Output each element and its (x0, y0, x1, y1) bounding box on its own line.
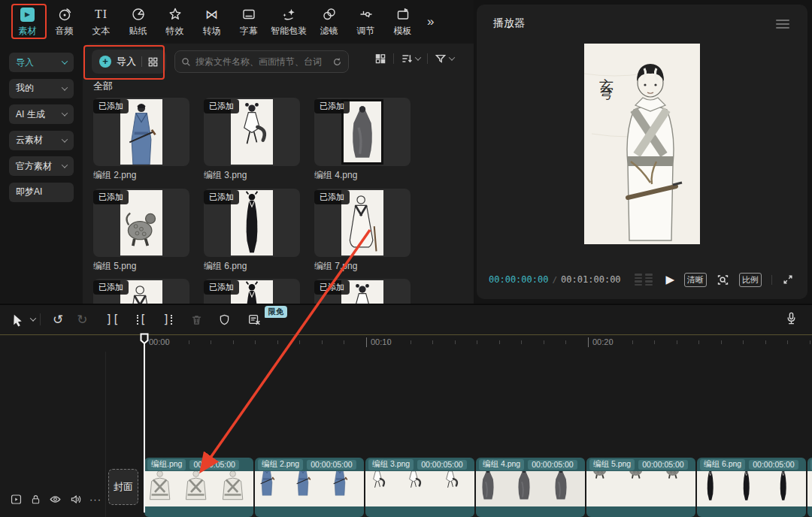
total-time: 00:01:00:00 (561, 274, 620, 285)
media-card[interactable]: 已添加 (314, 279, 411, 304)
added-badge: 已添加 (314, 190, 350, 204)
track-area: ··· 封面 编组.png00:00:05:00 编组 2.png00:00:0… (0, 352, 812, 517)
clip-thumbnails (144, 471, 253, 506)
timeline-toolbar: ↺ ↻ ][ [ ] 限免 (0, 305, 812, 334)
tab-captions[interactable]: 字幕 (230, 7, 267, 38)
filter-rings-icon (322, 7, 337, 23)
media-card[interactable]: 已添加 (93, 98, 189, 166)
grid-view-icon[interactable] (374, 53, 386, 65)
player-panel: 播放器 玄穹 (477, 5, 807, 299)
sidebar-item-jimeng-ai[interactable]: 即梦AI (9, 183, 74, 202)
main-toolbar: ▶ 素材 音频 TI 文本 贴纸 特效 ⋈ 转场 (0, 0, 474, 44)
added-badge: 已添加 (314, 99, 350, 113)
media-card[interactable]: 已添加 (314, 98, 411, 166)
refresh-icon[interactable] (332, 57, 342, 67)
tab-transition[interactable]: ⋈ 转场 (193, 7, 230, 38)
text-mute-icon[interactable] (247, 313, 261, 326)
timeline-clip[interactable]: 编组.png00:00:05:00 (144, 458, 253, 517)
tab-filter[interactable]: 滤镜 (311, 7, 347, 38)
transition-icon: ⋈ (205, 7, 218, 23)
clip-name: 编组 5.png (589, 459, 635, 470)
media-sidebar: 导入 我的 AI 生成 云素材 官方素材 即梦AI (0, 44, 81, 304)
material-library-icon[interactable] (147, 56, 159, 68)
split-keep-right-icon[interactable]: [ (136, 313, 147, 326)
sidebar-item-mine[interactable]: 我的 (9, 79, 74, 98)
media-card[interactable]: 已添加 (204, 279, 300, 304)
search-bar[interactable] (174, 50, 349, 73)
sort-icon (401, 53, 413, 65)
tab-effects[interactable]: 特效 (156, 7, 193, 38)
timeline-clip[interactable]: 编组 5.png00:00:05:00 (586, 458, 695, 517)
focus-zoom-icon[interactable] (717, 274, 729, 286)
clip-thumbnails (697, 471, 806, 506)
mask-shield-icon[interactable] (218, 313, 231, 326)
adjust-slider-icon (359, 7, 374, 23)
tab-media[interactable]: ▶ 素材 (9, 7, 46, 38)
clip-thumbnails (476, 471, 585, 506)
tab-audio[interactable]: 音频 (46, 7, 83, 38)
current-time: 00:00:00:00 (489, 274, 548, 285)
video-track-icon[interactable] (10, 493, 23, 506)
sidebar-item-ai-generate[interactable]: AI 生成 (9, 104, 74, 124)
sidebar-item-cloud-assets[interactable]: 云素材 (9, 131, 74, 150)
clip-thumbnails (807, 471, 812, 506)
media-library-panel: + 导入 (83, 44, 474, 304)
added-badge: 已添加 (204, 99, 239, 113)
sidebar-item-import[interactable]: 导入 (9, 53, 74, 72)
lock-icon[interactable] (30, 494, 41, 505)
chevron-down-icon (62, 84, 68, 90)
frame-preview-icon[interactable] (635, 274, 653, 286)
speaker-icon[interactable] (69, 493, 82, 506)
timeline-clip[interactable]: 编组 3.png00:00:05:00 (365, 458, 474, 517)
playhead-handle[interactable] (140, 333, 149, 345)
timeline-ruler[interactable]: 00:00 00:10 00:20 (0, 335, 812, 352)
media-card[interactable]: 已添加 (314, 189, 411, 257)
microphone-icon[interactable] (784, 311, 798, 325)
import-button[interactable]: + 导入 (92, 50, 166, 74)
media-card[interactable]: 已添加 (204, 189, 300, 257)
media-card[interactable]: 已添加 (204, 98, 300, 166)
asset-workspace: ▶ 素材 音频 TI 文本 贴纸 特效 ⋈ 转场 (0, 0, 474, 304)
tab-adjust[interactable]: 调节 (347, 7, 384, 38)
player-title: 播放器 (493, 17, 525, 30)
redo-button[interactable]: ↻ (77, 313, 87, 326)
clip-name: 编组 4.png (479, 459, 524, 470)
media-card[interactable]: 已添加 (93, 279, 189, 304)
tab-smart-pack[interactable]: 智能包装 (267, 7, 311, 38)
sidebar-item-official-assets[interactable]: 官方素材 (9, 156, 74, 176)
clip-thumbnails (365, 471, 474, 506)
split-keep-left-icon[interactable]: ] (163, 313, 174, 326)
preview-canvas: 玄穹 (584, 44, 700, 244)
clip-name: 编组 3.png (368, 459, 414, 470)
media-card[interactable]: 已添加 (93, 189, 189, 257)
fullscreen-icon[interactable] (782, 274, 794, 286)
player-menu-icon[interactable] (776, 20, 789, 29)
timeline-clip[interactable]: 编组 2.png00:00:05:00 (255, 458, 364, 517)
clip-duration: 00:00:05:00 (749, 460, 798, 470)
sort-control[interactable] (401, 53, 420, 65)
eye-icon[interactable] (49, 493, 62, 506)
search-input[interactable] (195, 56, 328, 67)
select-cursor-icon[interactable] (11, 313, 25, 327)
audio-icon (57, 7, 72, 23)
timeline-clip[interactable]: 编组 7.png00:00:05:00 (807, 458, 812, 517)
split-icon[interactable]: ][ (106, 313, 120, 326)
delete-icon[interactable] (190, 313, 203, 326)
added-badge: 已添加 (204, 190, 239, 204)
cover-button[interactable]: 封面 (108, 469, 138, 505)
tab-text[interactable]: TI 文本 (83, 7, 120, 38)
undo-button[interactable]: ↺ (53, 313, 63, 326)
play-button[interactable]: ▶ (666, 273, 675, 286)
preview-artwork: 玄穹 (584, 44, 700, 244)
plus-icon: + (99, 56, 111, 68)
timeline-clip[interactable]: 编组 6.png00:00:05:00 (697, 458, 806, 517)
filter-control[interactable] (435, 53, 454, 65)
tab-sticker[interactable]: 贴纸 (120, 7, 156, 38)
toolbar-more-icon[interactable]: » (427, 14, 434, 29)
tab-template[interactable]: 模板 (384, 7, 421, 38)
chevron-down-icon[interactable] (30, 315, 36, 321)
more-options-icon[interactable]: ··· (89, 494, 102, 505)
ratio-button[interactable]: 比例 (739, 273, 762, 287)
timeline-clip[interactable]: 编组 4.png00:00:05:00 (476, 458, 585, 517)
quality-button[interactable]: 清晰 (684, 273, 707, 287)
